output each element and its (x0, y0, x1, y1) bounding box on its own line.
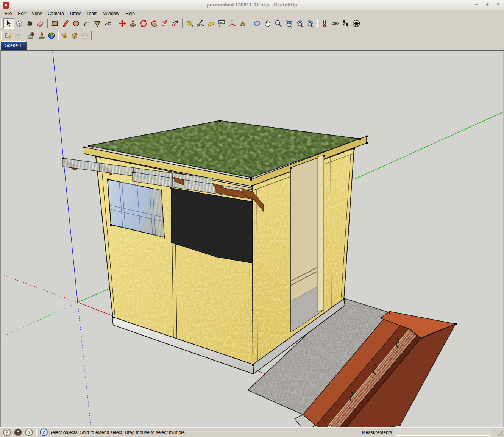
tool-text[interactable]: ABC (216, 18, 227, 29)
close-button[interactable]: × (495, 1, 501, 7)
google-earth-icon (47, 31, 56, 40)
green-axis-dotted (1, 302, 78, 338)
green-axis-solid (354, 112, 503, 179)
svg-text:G: G (27, 430, 31, 435)
tape-measure-icon (186, 19, 194, 28)
tool-get-models[interactable] (60, 31, 70, 41)
blue-axis-solid (53, 51, 78, 302)
tool-offset[interactable] (170, 18, 181, 29)
menu-bar: FileEditViewCameraDrawToolsWindowHelp (0, 10, 504, 17)
tool-follow-me[interactable] (149, 18, 159, 29)
tool-line[interactable] (60, 18, 71, 29)
tool-move[interactable] (117, 18, 128, 29)
follow-me-icon (150, 19, 158, 28)
tool-arc[interactable] (81, 18, 92, 29)
tool-paint-bucket[interactable] (25, 18, 35, 29)
svg-text:R-S: R-S (355, 25, 358, 27)
signin-status-icon[interactable]: G (25, 428, 33, 436)
geolocation-status-icon[interactable] (3, 428, 11, 436)
make-component-icon (15, 19, 23, 28)
tool-dimension[interactable] (195, 18, 206, 29)
tool-preview-in-google-earth[interactable] (47, 31, 56, 41)
open-door-leaf[interactable] (317, 156, 324, 312)
get-current-view-icon (4, 31, 12, 40)
menu-item[interactable]: Window (100, 11, 123, 17)
menu-item[interactable]: Tools (84, 11, 100, 17)
toolbar-separator (91, 31, 92, 40)
tool-zoom-next[interactable] (305, 18, 315, 29)
eraser-icon (36, 19, 45, 28)
push-pull-icon (129, 19, 137, 28)
tool-polygon[interactable] (92, 18, 103, 29)
tool-get-current-view[interactable] (3, 31, 13, 41)
polygon-icon (93, 19, 101, 28)
rotate-icon (139, 19, 148, 28)
toolbar-grip[interactable] (1, 19, 2, 28)
measurements-input[interactable] (395, 429, 490, 436)
tool-look-around[interactable] (330, 18, 340, 29)
tool-push-pull[interactable] (128, 18, 138, 29)
menu-item[interactable]: View (29, 11, 45, 17)
status-tip: Select objects. Shift to extend select. … (49, 430, 186, 435)
tool-circle[interactable] (71, 18, 81, 29)
menu-item[interactable]: Edit (15, 11, 29, 17)
position-camera-icon (320, 19, 329, 28)
window-title: permashed 130611-01.skp - SketchUp (0, 2, 504, 8)
tool-rectangle[interactable] (50, 18, 60, 29)
circle-icon (72, 19, 80, 28)
tool-zoom-previous[interactable] (294, 18, 305, 29)
arc-icon (83, 19, 91, 28)
rectangle-icon (51, 19, 59, 28)
tool-place-model[interactable] (37, 31, 47, 41)
svg-text:A: A (240, 20, 245, 27)
orbit-icon (253, 19, 261, 28)
svg-text:?: ? (42, 429, 45, 435)
scene-tab[interactable]: Scene 1 (1, 41, 27, 50)
menu-item[interactable]: Help (122, 11, 138, 17)
green-axis-solid (78, 289, 109, 302)
photo-textures-icon (28, 31, 36, 40)
tool-compass-rs[interactable]: CR-S (351, 18, 362, 29)
user-status-icon[interactable] (14, 428, 22, 436)
toolbar-separator (182, 19, 183, 28)
tool-pan[interactable] (262, 18, 273, 29)
tool-tape-measure[interactable] (184, 18, 195, 29)
tool-zoom-extents[interactable] (284, 18, 294, 29)
tool-position-camera[interactable] (319, 18, 330, 29)
tool-protractor[interactable] (206, 18, 216, 29)
tool-select[interactable] (3, 18, 14, 29)
svg-text:ABC: ABC (219, 21, 225, 23)
tool-freehand[interactable] (103, 18, 113, 29)
model-viewport[interactable] (0, 50, 504, 427)
tool-zoom[interactable] (273, 18, 284, 29)
tool-orbit[interactable] (252, 18, 262, 29)
menu-item[interactable]: File (2, 11, 15, 17)
tool-photo-textures[interactable] (27, 31, 37, 41)
minimize-button[interactable]: – (474, 1, 480, 7)
tool-axes[interactable] (227, 18, 237, 29)
toolbar-separator (317, 19, 318, 28)
tool-walk[interactable] (340, 18, 351, 29)
menu-item[interactable]: Draw (67, 11, 84, 17)
offset-icon (171, 19, 179, 28)
toolbar-grip[interactable] (1, 31, 2, 40)
tool-3d-text[interactable]: AA (237, 18, 248, 29)
tool-share-model[interactable] (70, 31, 80, 41)
statusbar-separator (36, 429, 37, 436)
maximize-button[interactable]: + (484, 1, 490, 7)
tool-share-component[interactable] (80, 31, 90, 41)
tool-scale[interactable] (159, 18, 170, 29)
tool-rotate[interactable] (138, 18, 149, 29)
text-icon: ABC (217, 19, 226, 28)
scene-tab-strip: Scene 1 (0, 41, 504, 50)
tool-toggle-terrain[interactable] (13, 31, 23, 41)
help-icon[interactable]: ? (40, 428, 48, 436)
tool-make-component[interactable] (14, 18, 25, 29)
paint-bucket-icon (26, 19, 34, 28)
toolbar-separator (25, 31, 25, 40)
menu-item[interactable]: Camera (45, 11, 67, 17)
look-around-icon (331, 19, 339, 28)
compass-rs-icon: CR-S (352, 19, 360, 28)
3d-text-icon: AA (239, 19, 247, 28)
tool-eraser[interactable] (35, 18, 46, 29)
